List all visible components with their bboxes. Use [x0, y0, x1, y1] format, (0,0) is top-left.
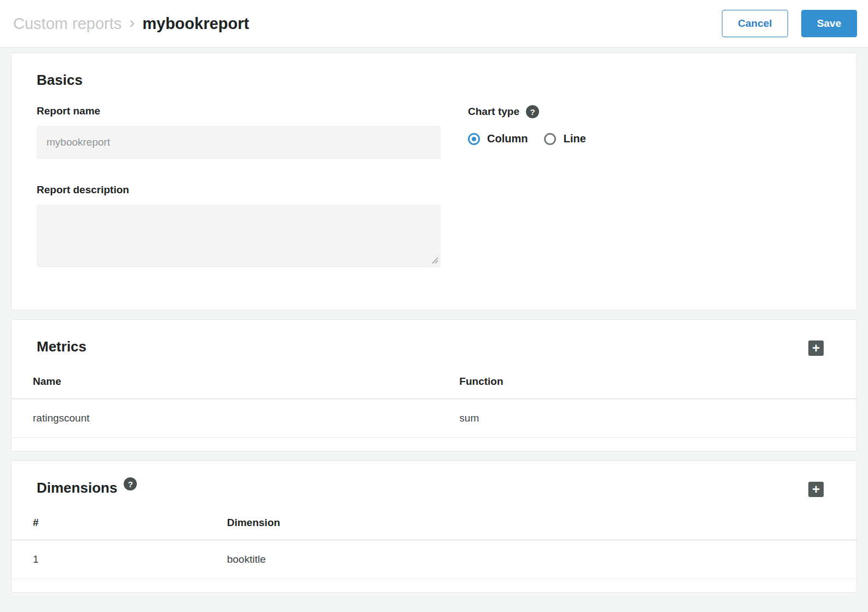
- chart-type-option-column[interactable]: Column: [468, 132, 528, 145]
- dimension-index-cell: 1: [11, 540, 227, 579]
- metrics-column-name: Name: [11, 366, 459, 399]
- resize-handle-icon[interactable]: [431, 256, 438, 264]
- breadcrumb: Custom reports › mybookreport: [13, 14, 249, 33]
- radio-unselected-icon: [544, 133, 556, 145]
- top-bar: Custom reports › mybookreport Cancel Sav…: [0, 0, 868, 48]
- dimensions-card: Dimensions ? + # Dimension 1 booktitle: [11, 460, 857, 593]
- chart-type-option-column-label: Column: [487, 132, 528, 145]
- metrics-header-row: Name Function: [11, 366, 857, 399]
- chart-type-label: Chart type: [468, 106, 519, 118]
- metric-function-cell: sum: [459, 399, 857, 438]
- metric-name-cell: ratingscount: [11, 399, 459, 438]
- metrics-heading: Metrics: [37, 338, 86, 355]
- dimensions-table: # Dimension 1 booktitle: [11, 507, 857, 579]
- chart-type-help-icon[interactable]: ?: [526, 105, 539, 118]
- chart-type-option-line-label: Line: [563, 132, 586, 145]
- metrics-heading-wrap: Metrics: [37, 338, 86, 355]
- add-metric-button[interactable]: +: [808, 340, 824, 356]
- dimensions-heading-wrap: Dimensions ?: [37, 480, 137, 496]
- chart-type-option-line[interactable]: Line: [544, 132, 586, 145]
- top-actions: Cancel Save: [722, 10, 857, 37]
- basics-heading: Basics: [37, 72, 831, 89]
- dimensions-header-row: # Dimension: [11, 507, 857, 540]
- cancel-button[interactable]: Cancel: [722, 10, 788, 37]
- basics-card: Basics Report name Report description Ch…: [11, 53, 857, 310]
- report-description-textarea[interactable]: [37, 205, 441, 267]
- table-row[interactable]: ratingscount sum: [11, 399, 857, 438]
- report-description-wrap: [37, 205, 441, 267]
- report-description-label: Report description: [37, 184, 441, 196]
- dimensions-heading: Dimensions: [37, 480, 117, 496]
- page-title: mybookreport: [142, 15, 249, 33]
- main-content: Basics Report name Report description Ch…: [0, 48, 868, 605]
- dimensions-card-head: Dimensions ? +: [11, 461, 857, 503]
- breadcrumb-custom-reports-link[interactable]: Custom reports: [13, 15, 121, 33]
- metrics-card: Metrics + Name Function ratingscount sum: [11, 319, 857, 452]
- basics-right-column: Chart type ? Column Line: [468, 105, 586, 267]
- chart-type-radio-group: Column Line: [468, 132, 586, 145]
- basics-left-column: Report name Report description: [37, 105, 441, 267]
- chevron-right-icon: ›: [129, 13, 135, 32]
- save-button[interactable]: Save: [801, 10, 857, 37]
- metrics-column-function: Function: [459, 366, 857, 399]
- dimension-name-cell: booktitle: [227, 540, 857, 579]
- add-dimension-button[interactable]: +: [808, 482, 824, 497]
- metrics-table: Name Function ratingscount sum: [11, 366, 857, 438]
- radio-selected-icon: [468, 133, 480, 145]
- chart-type-label-row: Chart type ?: [468, 105, 586, 118]
- dimensions-help-icon[interactable]: ?: [124, 477, 137, 490]
- table-row[interactable]: 1 booktitle: [11, 540, 857, 579]
- dimensions-column-dimension: Dimension: [227, 507, 857, 540]
- report-name-input[interactable]: [37, 126, 441, 159]
- metrics-card-head: Metrics +: [11, 320, 857, 361]
- report-name-label: Report name: [37, 105, 441, 117]
- dimensions-column-index: #: [11, 507, 227, 540]
- basics-grid: Report name Report description Chart typ…: [37, 105, 831, 267]
